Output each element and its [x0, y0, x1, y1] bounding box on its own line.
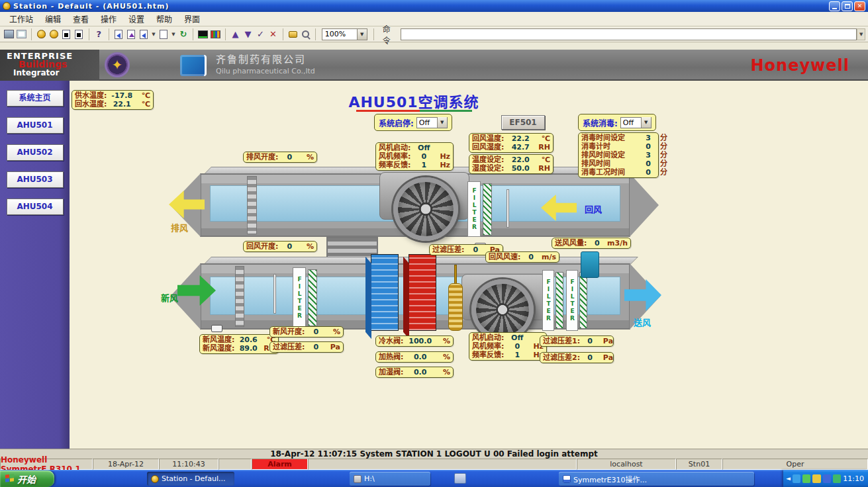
supply-fan-box: 风机启动:Off风机频率:0Hz频率反馈:1Hz [469, 332, 547, 361]
title-bar[interactable]: Station - Default - (AHU501.htm) ✕ [0, 0, 868, 12]
search-icon[interactable] [300, 28, 311, 40]
kv-value[interactable]: 50.0 [504, 164, 537, 173]
minimize-button[interactable] [829, 1, 840, 11]
disinfect-dropdown-icon[interactable]: ▼ [641, 117, 651, 128]
kv-value[interactable]: 3 [638, 151, 658, 159]
sidebar-item-home[interactable]: 系统主页 [7, 90, 64, 107]
kv-label: 回风温度: [472, 134, 504, 143]
zoom-dropdown-icon[interactable]: ▼ [357, 29, 367, 40]
maximize-button[interactable] [842, 1, 853, 11]
kv-unit: Hz [437, 161, 450, 169]
menu-action[interactable]: 操作 [95, 12, 122, 26]
event-summary-icon[interactable] [73, 28, 85, 40]
taskbar-item-document[interactable]: SymmetrE310操作... [559, 472, 754, 486]
status-station: Stn01 [676, 459, 722, 470]
sidebar-item-ahu503[interactable]: AHU503 [7, 171, 64, 188]
clear-icon[interactable]: ✕ [267, 28, 279, 40]
language-bar-icon[interactable] [454, 473, 466, 484]
command-input[interactable] [401, 28, 857, 40]
system-tray: ◄ 11:10 [783, 470, 868, 487]
toolbar-overflow-icon[interactable]: ▼ [857, 28, 865, 40]
system-start-dropdown-icon[interactable]: ▼ [437, 117, 447, 128]
company-logo-icon [180, 55, 207, 76]
recall-dropdown-icon[interactable]: ▼ [151, 28, 157, 40]
kv-row: 频率反馈:1Hz [472, 351, 544, 359]
kv-row: 消毒时间设定3分 [581, 134, 655, 142]
help-icon[interactable]: ? [93, 28, 105, 40]
page-up-icon[interactable] [126, 28, 137, 40]
kv-label: 回风湿度: [472, 143, 504, 152]
tray-icon-5[interactable] [833, 474, 841, 483]
return-flow-label: 回风 [585, 202, 602, 215]
disinfect-select[interactable]: Off ▼ [620, 117, 651, 128]
kv-label: 供水温度: [75, 91, 107, 100]
return-duct-right-cap [630, 173, 659, 237]
water-tank [581, 251, 599, 278]
supply-volume-box: 送风风量:0m3/h [552, 238, 631, 249]
tray-icon-1[interactable] [793, 474, 800, 483]
connect-icon[interactable] [287, 28, 299, 40]
menu-help[interactable]: 帮助 [151, 12, 177, 26]
return-damper-box: 回风开度:0% [243, 241, 317, 252]
menu-edit[interactable]: 编辑 [40, 12, 66, 26]
menu-view[interactable]: 查看 [68, 12, 94, 26]
kv-row: 过滤压差2:0Pa [543, 353, 610, 362]
magnifier-glyph [302, 30, 309, 38]
fresh-air-sensor [211, 325, 222, 332]
group-icon[interactable] [210, 28, 221, 40]
display-frame-icon[interactable] [16, 28, 27, 40]
company-name-en: Qilu pharmaceutical Co.,ltd [216, 66, 315, 77]
system-start-select[interactable]: Off ▼ [416, 117, 448, 128]
kv-value: 0 [464, 245, 487, 254]
menu-station[interactable]: 工作站 [4, 12, 38, 26]
taskbar-item-drive[interactable]: H:\ [350, 472, 430, 486]
start-button[interactable]: 开始 [0, 470, 54, 487]
acknowledge-icon[interactable]: ✓ [255, 28, 266, 40]
detach-dropdown-icon[interactable]: ▼ [170, 28, 176, 40]
recall-page-icon[interactable] [138, 28, 150, 40]
kv-unit: % [327, 328, 340, 336]
refresh-icon[interactable]: ↻ [177, 28, 189, 40]
filter-label: FILTER [297, 276, 303, 320]
kv-value: 0 [587, 239, 607, 247]
sidebar-item-ahu504[interactable]: AHU504 [7, 199, 64, 215]
sidebar-item-ahu502[interactable]: AHU502 [7, 144, 64, 161]
detach-page-icon[interactable] [158, 28, 169, 40]
kv-value[interactable]: 3 [638, 134, 658, 142]
taskbar-item-station[interactable]: Station - Defaul... [147, 472, 234, 486]
lower-alarm-icon[interactable]: ▼ [242, 28, 254, 40]
tray-icon-3[interactable] [812, 474, 820, 483]
command-label: 命令 [383, 23, 397, 46]
group-glyph [211, 30, 220, 38]
zoom-select[interactable]: 100% ▼ [322, 28, 367, 40]
alarm-ack-icon[interactable] [48, 28, 60, 40]
close-button[interactable]: ✕ [854, 1, 865, 11]
ef501-button[interactable]: EF501 [501, 115, 545, 130]
alarm-bell-icon[interactable] [36, 28, 47, 40]
menu-bar: 工作站 编辑 查看 操作 设置 帮助 界面 [0, 12, 868, 26]
kv-row: 供水温度:-17.8℃ [75, 91, 150, 100]
supply-flow-label: 送风 [634, 316, 651, 328]
kv-value[interactable]: 22.0 [504, 155, 537, 164]
system-start-value: Off [417, 118, 437, 127]
kv-row: 新风开度:0% [273, 328, 340, 336]
trend-icon[interactable] [197, 28, 209, 40]
fresh-damper-box: 新风开度:0% [269, 326, 344, 337]
kv-value: Off [504, 333, 530, 342]
status-product: Honeywell SymmetrE R310.1 [0, 459, 93, 470]
menu-screen[interactable]: 界面 [179, 12, 205, 26]
tray-chevron-icon[interactable]: ◄ [786, 475, 791, 482]
exhaust-fan-icon [393, 177, 458, 241]
menu-configure[interactable]: 设置 [123, 12, 150, 26]
tray-icon-2[interactable] [802, 474, 810, 483]
status-alarm-indicator[interactable]: Alarm [252, 459, 308, 470]
kv-value: 22.1 [107, 100, 137, 109]
page-back-icon[interactable] [113, 28, 124, 40]
alarm-summary-icon[interactable] [61, 28, 72, 40]
kv-label: 消毒时间设定 [581, 134, 638, 142]
sidebar-item-ahu501[interactable]: AHU501 [7, 117, 64, 134]
tray-icon-4[interactable] [823, 474, 831, 483]
raise-alarm-icon[interactable]: ▲ [230, 28, 241, 40]
station-icon[interactable] [3, 28, 15, 40]
kv-row: 回风开度:0% [246, 242, 314, 251]
